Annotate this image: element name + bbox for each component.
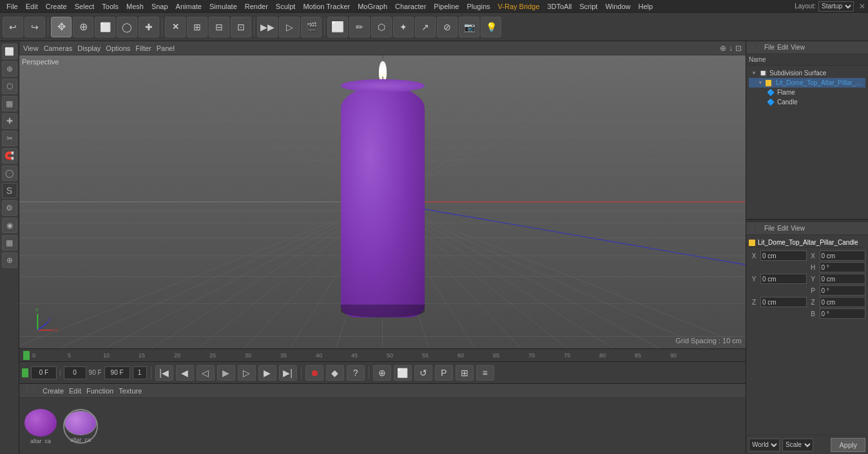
poly-mode-button[interactable]: ⊡ [231, 17, 251, 37]
menu-mesh[interactable]: Mesh [122, 1, 148, 12]
tool-paint[interactable]: S [2, 183, 17, 198]
coord-h-input[interactable] [820, 262, 866, 272]
tool-select[interactable]: ⬜ [2, 44, 17, 59]
redo-button[interactable]: ↪ [24, 17, 45, 37]
key-mode-button[interactable]: ⬜ [394, 365, 412, 381]
menu-snap[interactable]: Snap [148, 1, 172, 12]
obj-menu-file[interactable]: File [764, 44, 775, 51]
boole-button[interactable]: ⊘ [437, 17, 458, 37]
menu-file[interactable]: File [3, 1, 22, 12]
key-button[interactable]: ◆ [326, 365, 344, 381]
material-item-1[interactable]: altar_ca [63, 409, 98, 444]
menu-help[interactable]: Help [635, 1, 657, 12]
coord-b-input[interactable] [820, 308, 866, 319]
curve-editor-button[interactable]: ≡ [476, 365, 494, 381]
fps-num-input[interactable] [133, 366, 147, 379]
viewport-zoom-icon[interactable]: ↓ [729, 44, 733, 53]
coord-x2-input[interactable] [820, 251, 866, 261]
scale-tool-button[interactable]: ⊕ [73, 17, 93, 37]
attr-menu-edit[interactable]: Edit [777, 225, 788, 232]
tool-brush[interactable]: ◯ [2, 166, 17, 181]
menu-edit[interactable]: Edit [22, 1, 42, 12]
pen-button[interactable]: ✏ [349, 17, 370, 37]
obj-menu-edit[interactable]: Edit [777, 44, 788, 51]
obj-menu-view[interactable]: View [791, 44, 805, 51]
layout-select[interactable]: Startup [818, 1, 854, 12]
timeline-ruler[interactable]: 0 5 10 15 20 25 30 35 40 45 50 55 60 65 … [19, 348, 746, 361]
coord-z-input[interactable] [760, 297, 807, 307]
coord-z2-input[interactable] [820, 297, 866, 307]
menu-tools[interactable]: Tools [98, 1, 122, 12]
attr-menu-file[interactable]: File [764, 225, 775, 232]
material-item-0[interactable]: altar_ca [23, 409, 58, 444]
edge-mode-button[interactable]: ⊟ [209, 17, 229, 37]
render-to-po-button[interactable]: 🎬 [301, 17, 322, 37]
snap-button[interactable]: ⊕ [373, 365, 391, 381]
tree-item-candle[interactable]: 🔷 Candle [749, 97, 865, 107]
menu-plugins[interactable]: Plugins [463, 1, 494, 12]
prev-frame-button[interactable]: ◁ [197, 365, 215, 381]
undo-button[interactable]: ↩ [3, 17, 23, 37]
coord-y2-input[interactable] [820, 274, 866, 284]
menu-select[interactable]: Select [71, 1, 99, 12]
menu-motion-tracker[interactable]: Motion Tracker [299, 1, 354, 12]
scale-select[interactable]: Scale [782, 439, 813, 451]
tool-knife[interactable]: ✂ [2, 131, 17, 146]
tool-extra[interactable]: ⊕ [2, 252, 17, 268]
camera-button[interactable]: 📷 [459, 17, 479, 37]
frame-counter-input[interactable] [64, 366, 86, 379]
add-button[interactable]: ✚ [139, 17, 159, 37]
render-view-button[interactable]: ▷ [279, 17, 300, 37]
extrude-button[interactable]: ⬡ [371, 17, 392, 37]
mat-menu-texture[interactable]: Texture [119, 387, 142, 395]
viewport-fullscreen-icon[interactable]: ⊡ [735, 44, 742, 53]
viewport-menu-view[interactable]: View [23, 44, 39, 52]
menu-animate[interactable]: Animate [172, 1, 206, 12]
menu-3dtoall[interactable]: 3DToAll [543, 1, 575, 12]
menu-window[interactable]: Window [601, 1, 634, 12]
play-button[interactable]: ▶ [217, 365, 235, 381]
question-button[interactable]: ? [347, 365, 365, 381]
viewport-container[interactable]: View Cameras Display Options Filter Pane… [19, 41, 746, 348]
tool-grid[interactable]: ▦ [2, 235, 17, 251]
coord-x-input[interactable] [760, 251, 807, 261]
menu-render[interactable]: Render [241, 1, 272, 12]
auto-key-button[interactable]: P [435, 365, 453, 381]
render-region-button[interactable]: ▶▶ [257, 17, 278, 37]
tool-move[interactable]: ⊕ [2, 61, 17, 77]
viewport-3d[interactable]: Perspective [19, 55, 746, 348]
next-key-button[interactable]: ▶ [258, 365, 276, 381]
coord-p-input[interactable] [820, 285, 866, 296]
model-mode-button[interactable]: ✕ [165, 17, 186, 37]
motion-path-button[interactable]: ⊞ [456, 365, 474, 381]
viewport-move-icon[interactable]: ⊕ [720, 44, 726, 53]
cube-button[interactable]: ⬜ [327, 17, 348, 37]
viewport-menu-panel[interactable]: Panel [157, 44, 175, 52]
viewport-menu-display[interactable]: Display [77, 44, 101, 52]
transform-tool-button[interactable]: ◯ [117, 17, 137, 37]
tool-mesh[interactable]: ▦ [2, 96, 17, 111]
attr-menu-view[interactable]: View [791, 225, 805, 232]
end-frame-input[interactable] [104, 366, 130, 379]
current-frame-input[interactable] [31, 366, 57, 379]
viewport-menu-filter[interactable]: Filter [135, 44, 151, 52]
mat-menu-function[interactable]: Function [86, 387, 113, 395]
tree-item-lit-dome[interactable]: ▼ Lit_Dome_Top_Altar_Pillar_Candl [749, 78, 865, 88]
tree-item-flame[interactable]: 🔷 Flame [749, 88, 865, 97]
apply-button[interactable]: Apply [831, 438, 865, 452]
tool-sculpt[interactable]: ⚙ [2, 200, 17, 216]
mat-menu-create[interactable]: Create [43, 387, 64, 395]
menu-sculpt[interactable]: Sculpt [272, 1, 300, 12]
world-select[interactable]: World [749, 439, 780, 451]
menu-character[interactable]: Character [391, 1, 430, 12]
prev-key-button[interactable]: ◀ [176, 365, 194, 381]
tool-polygon[interactable]: ⬡ [2, 79, 17, 94]
menu-script[interactable]: Script [575, 1, 601, 12]
go-end-button[interactable]: ▶| [279, 365, 297, 381]
coord-y-input[interactable] [760, 274, 807, 284]
menu-pipeline[interactable]: Pipeline [430, 1, 463, 12]
mat-menu-edit[interactable]: Edit [69, 387, 81, 395]
menu-vray-bridge[interactable]: V-Ray Bridge [494, 1, 544, 12]
rotate-tool-button[interactable]: ⬜ [95, 17, 115, 37]
loop-button[interactable]: ↺ [414, 365, 432, 381]
